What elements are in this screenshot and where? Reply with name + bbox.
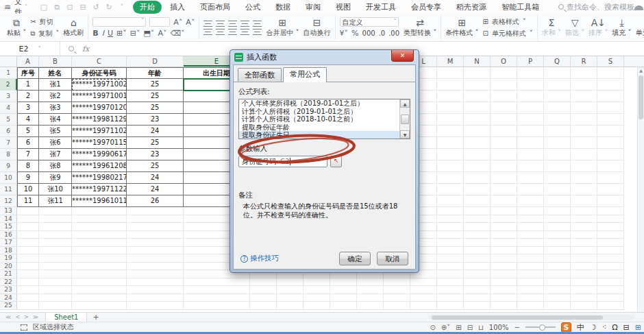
zoom-out-icon[interactable]: − <box>514 324 519 331</box>
cell[interactable] <box>384 278 410 287</box>
export-icon[interactable]: ⧉ <box>53 3 61 12</box>
underline-button[interactable]: U <box>108 29 113 38</box>
undo-icon[interactable]: ↺ <box>92 3 100 12</box>
sort-button[interactable]: A↓排序 ˅ <box>589 18 608 38</box>
cell-A3[interactable]: 2 <box>17 91 39 102</box>
cell[interactable] <box>17 263 39 271</box>
cell[interactable] <box>571 79 597 91</box>
cell-B1[interactable]: 姓名 <box>39 67 72 79</box>
cell[interactable] <box>72 254 127 263</box>
cell[interactable] <box>464 114 491 126</box>
cell-A8[interactable]: 7 <box>17 149 39 160</box>
font-size-select[interactable] <box>149 17 170 27</box>
menu-tab-0[interactable]: 开始 <box>133 1 162 14</box>
cell[interactable] <box>464 160 491 172</box>
cell[interactable] <box>517 254 544 263</box>
cell[interactable] <box>17 207 39 215</box>
normal-view-icon[interactable]: ⊞ <box>456 324 461 331</box>
cell-D11[interactable]: 24 <box>127 184 184 195</box>
cell[interactable] <box>491 231 517 239</box>
cell[interactable] <box>544 160 571 172</box>
bold-button[interactable]: B <box>92 29 98 38</box>
cell[interactable] <box>491 160 517 172</box>
copy-button[interactable]: ⧉复制 ˅ <box>30 29 59 38</box>
keyboard-icon[interactable]: ⊟ <box>623 323 630 332</box>
cell[interactable] <box>464 231 491 239</box>
cell[interactable] <box>384 294 410 302</box>
cell[interactable] <box>491 286 517 294</box>
cell[interactable] <box>491 254 517 263</box>
italic-button[interactable]: I <box>102 29 104 38</box>
cell[interactable] <box>597 278 624 287</box>
cell[interactable] <box>491 207 517 215</box>
cell-A4[interactable]: 3 <box>17 102 39 114</box>
cell-C3[interactable]: ******19971001**** <box>72 91 127 102</box>
cell[interactable] <box>437 247 464 255</box>
cell[interactable] <box>491 195 517 207</box>
hamburger-icon[interactable]: ≡ <box>4 2 11 12</box>
paste-button[interactable]: ⧉粘贴 ˅ <box>7 18 26 38</box>
cell[interactable] <box>437 215 464 224</box>
cell[interactable] <box>491 247 517 255</box>
cell[interactable] <box>597 239 624 247</box>
unsaved-status[interactable]: 未保存 <box>634 2 644 12</box>
cell[interactable] <box>464 263 491 271</box>
cell[interactable] <box>72 231 127 239</box>
print-icon[interactable]: ⊡ <box>66 3 74 12</box>
cell[interactable] <box>544 91 571 102</box>
cell[interactable] <box>571 160 597 172</box>
cell[interactable] <box>127 270 184 278</box>
cell[interactable] <box>437 102 464 114</box>
cell[interactable] <box>491 102 517 114</box>
cell[interactable] <box>571 215 597 224</box>
cell[interactable] <box>517 239 544 247</box>
ime-dots-icon[interactable]: ⁖ <box>602 323 606 332</box>
cell[interactable] <box>544 286 571 294</box>
cell[interactable] <box>464 184 491 195</box>
column-header-S[interactable]: S <box>597 56 624 67</box>
page-break-view-icon[interactable]: ⊔ <box>478 324 484 331</box>
sheet-tab-sheet1[interactable]: Sheet1 <box>45 313 87 322</box>
cell[interactable] <box>184 302 250 310</box>
wrap-text-button[interactable]: ⊟自动换行 <box>304 18 331 38</box>
cell[interactable] <box>250 294 277 302</box>
cell[interactable] <box>597 215 624 224</box>
menu-tab-3[interactable]: 公式 <box>238 1 267 14</box>
cell[interactable] <box>304 286 330 294</box>
cell[interactable] <box>571 247 597 255</box>
cell[interactable] <box>544 270 571 278</box>
cells-button[interactable]: ⊞单元格 ˅ <box>636 18 644 38</box>
cell[interactable] <box>437 160 464 172</box>
row-header-13[interactable]: 13 <box>0 207 17 215</box>
cell[interactable] <box>517 294 544 302</box>
cell[interactable] <box>127 231 184 239</box>
number-format-select[interactable]: 自定义 <box>340 17 399 27</box>
column-header-B[interactable]: B <box>39 56 72 67</box>
formula-listbox[interactable]: 个人年终奖所得税（2019-01-01之后）计算个人所得税（2019-01-01… <box>238 99 410 139</box>
fill-color-icon[interactable]: ⬒˅ <box>143 29 154 38</box>
cell-B2[interactable]: 张1 <box>39 79 72 91</box>
cell[interactable] <box>464 270 491 278</box>
cell[interactable] <box>597 149 624 160</box>
vertical-scroll-thumb[interactable] <box>639 75 643 119</box>
formula-list-item[interactable]: 个人年终奖所得税（2019-01-01之后） <box>239 99 399 108</box>
cell[interactable] <box>437 184 464 195</box>
align-left-icon[interactable] <box>203 29 212 35</box>
cell[interactable] <box>17 231 39 239</box>
cell[interactable] <box>72 247 127 255</box>
row-header-15[interactable]: 15 <box>0 223 17 231</box>
cell[interactable] <box>437 278 464 287</box>
cell[interactable] <box>464 302 491 310</box>
row-header-22[interactable]: 22 <box>0 278 17 287</box>
cell-D7[interactable]: 25 <box>127 137 184 149</box>
cell[interactable] <box>127 207 184 215</box>
cell[interactable] <box>437 286 464 294</box>
menu-tab-10[interactable]: 智能工具箱 <box>495 1 546 14</box>
cell-A1[interactable]: 序号 <box>17 67 39 79</box>
cell[interactable] <box>544 231 571 239</box>
cell[interactable] <box>517 184 544 195</box>
cell[interactable] <box>517 137 544 149</box>
cell[interactable] <box>571 278 597 287</box>
cell[interactable] <box>72 294 127 302</box>
cell-A6[interactable]: 5 <box>17 126 39 137</box>
